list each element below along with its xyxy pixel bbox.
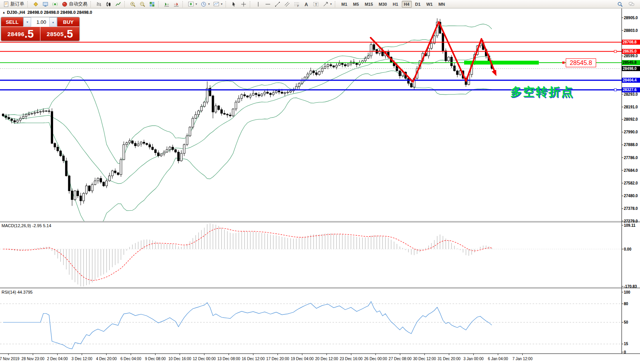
buy-button[interactable]: BUY [57,17,79,27]
price-tag-handle[interactable] [562,61,565,64]
svg-text:50: 50 [624,320,628,324]
support-line-2-axis-label: 28327.6 [622,87,640,92]
equidistant-channel-button[interactable] [282,0,292,8]
volume-increase-button[interactable]: ▲ [49,17,57,27]
price-tag-annotation[interactable]: 28545.8 [566,58,596,67]
new-chart-button[interactable] [31,0,40,8]
indicators-button[interactable]: ▾ [186,0,199,8]
search-button[interactable] [615,0,625,8]
zoom-in-button[interactable] [128,0,137,8]
cursor-button[interactable] [229,0,239,8]
timeframe-m5-button[interactable]: M5 [351,1,361,8]
pivot-line-axis-label: 28545.8 [622,60,640,65]
tile-windows-button[interactable] [147,0,157,8]
macd-params: MACD(12,26,9) [2,223,31,228]
templates-button[interactable]: ▾ [212,0,224,8]
time-tick-label: 2 Dec 04:00 [47,357,68,361]
signals-button[interactable] [50,0,60,8]
price-tick-label: 28599.0 [624,54,638,58]
price-tick-label: 28803.0 [624,28,638,33]
toolbar-separator [90,1,93,7]
toolbar-separator [182,1,185,7]
support-line-2-handle[interactable] [614,89,617,91]
chart-canvas[interactable]: 28905.028803.028701.028599.028497.028395… [0,8,640,364]
chart-symbol-label[interactable]: ▲DJ30-,H4 28498.0 28498.0 28498.0 28498.… [2,10,92,15]
text-icon: A [303,1,309,7]
timeframe-w1-button[interactable]: W1 [424,1,435,8]
resistance-line-2-handle[interactable] [614,50,617,53]
trendline-button[interactable] [273,0,282,8]
svg-text:28635.0: 28635.0 [623,49,637,53]
svg-text:28708.8: 28708.8 [623,40,637,44]
svg-text:28327.6: 28327.6 [623,88,637,92]
volume-decrease-button[interactable]: ▼ [23,17,31,27]
price-tick-label: 28905.0 [624,16,638,20]
templates-icon [213,1,219,7]
price-tick-label: 27888.0 [624,143,638,147]
new-order-button-label: 新订单 [10,1,24,7]
sell-button[interactable]: SELL [1,17,23,27]
timeframe-h1-button[interactable]: H1 [390,1,400,8]
chevron-down-icon: ▾ [208,2,210,6]
turning-point-annotation[interactable]: 多空转折点 [510,84,574,100]
svg-text:28404.4: 28404.4 [623,78,637,82]
autotrading-button[interactable]: 自动交易 [60,0,89,8]
arrows-button[interactable]: ▾ [321,0,333,8]
support-line-1-axis-label: 28404.4 [622,78,640,83]
chart-shift-button[interactable] [172,0,181,8]
fibonacci-icon: F [294,1,300,7]
timeframe-d1-button[interactable]: D1 [413,1,423,8]
rsi-params: RSI(14) [2,290,16,294]
horizontal-line-icon [265,1,271,7]
auto-scroll-icon [164,1,170,7]
macd-main-value: -2.95 [32,223,42,228]
timeframe-m15-button[interactable]: M15 [363,1,375,8]
collapse-arrow-icon[interactable]: ▲ [2,11,5,14]
vertical-line-icon [255,1,261,7]
timeframe-h4-button[interactable]: H4 [402,1,412,8]
arrows-icon [323,1,329,7]
price-tick-label: 27990.0 [624,130,638,134]
crosshair-button[interactable] [239,0,248,8]
fibonacci-button[interactable]: F [292,0,301,8]
sell-price-display[interactable]: 28496.5 [1,27,40,41]
svg-text:28498.0: 28498.0 [623,66,637,71]
time-tick-label: 28 Nov 23:00 [22,357,45,361]
text-label-button[interactable]: T [311,0,321,8]
pivot-highlight-bar[interactable] [464,61,539,65]
text-button[interactable]: A [302,0,311,8]
vertical-line-button[interactable] [254,0,263,8]
chat-button[interactable] [627,0,636,8]
buy-price-main: 28505 [47,31,63,37]
timeframe-m30-button[interactable]: M30 [376,1,389,8]
resistance-line-1-axis-label: 28708.8 [622,40,640,45]
periods-button[interactable]: ▾ [199,0,211,8]
line-chart-button[interactable] [114,0,123,8]
resistance-line-2-axis-label: 28635.0 [622,49,640,54]
tile-windows-icon [149,1,155,7]
time-tick-label: 27 Nov 2019 [0,357,20,361]
profiles-button[interactable] [41,0,50,8]
timeframe-mn-button[interactable]: MN [436,1,447,8]
time-tick-label: 17 Dec 20:00 [266,357,289,361]
new-order-button[interactable]: 新订单 [2,0,26,8]
price-tick-label: 27279.0 [624,219,638,223]
buy-price-display[interactable]: 28505.5 [40,27,79,41]
time-tick-label: 10 Dec 16:00 [168,357,191,361]
volume-input[interactable]: 1.00 [31,17,49,27]
toolbar-right-group [615,0,638,8]
svg-text:0.00: 0.00 [624,247,632,251]
auto-scroll-button[interactable] [162,0,171,8]
macd-signal-value: 5.14 [43,223,51,228]
svg-text:A: A [305,2,308,7]
crosshair-icon [241,1,247,7]
horizontal-line-button[interactable] [263,0,272,8]
zoom-out-button[interactable] [138,0,147,8]
candlestick-chart-button[interactable] [104,0,113,8]
ohlc-text: 28498.0 28498.0 28498.0 28498.0 [27,10,92,15]
price-tick-label: 27684.0 [624,168,638,173]
time-tick-label: 9 Dec 08:00 [145,357,166,361]
timeframe-m1-button[interactable]: M1 [339,1,349,8]
bar-chart-button[interactable] [94,0,104,8]
time-tick-label: 3 Jan 00:00 [463,357,484,361]
